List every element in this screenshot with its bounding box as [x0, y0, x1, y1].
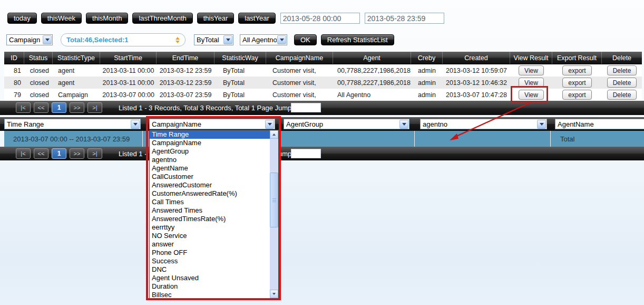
end-date-input[interactable]: [365, 13, 444, 24]
start-date-input[interactable]: [280, 13, 360, 24]
cell-statisticway: ByTotal: [214, 91, 266, 99]
quick-range-button[interactable]: thisWeek: [41, 13, 82, 24]
dropdown-option[interactable]: Agent Unsaved: [150, 274, 270, 282]
result-column-select-1[interactable]: Time Range: [4, 119, 141, 129]
export-button[interactable]: export: [562, 90, 591, 100]
agentno-value: All Agentno: [240, 36, 277, 44]
dropdown-option[interactable]: Answered Times: [150, 206, 270, 215]
cell-status: closed: [24, 79, 53, 87]
refresh-statistic-list-button[interactable]: Refresh StatisticList: [321, 34, 394, 45]
quick-range-button[interactable]: lastYear: [238, 13, 276, 24]
table-row: 81 closed agent 2013-03-11 00:00 2013-03…: [4, 64, 642, 77]
first-page-button[interactable]: |<: [16, 148, 31, 159]
campaign-multiselect[interactable]: Total:46,Selected:1: [61, 33, 186, 46]
agentno-select[interactable]: All Agentno: [240, 34, 287, 45]
cell-statistictype: agent: [53, 79, 100, 87]
cell-endtime: 2013-03-12 23:59: [157, 79, 214, 87]
cell-statistictype: Campaign: [53, 91, 100, 99]
ok-button[interactable]: OK: [294, 34, 317, 45]
column-divider: [414, 131, 415, 147]
cell-starttime: 2013-03-07 00:00: [100, 91, 157, 99]
statistic-way-value: ByTotal: [194, 36, 219, 44]
header-endtime: EndTime: [157, 52, 214, 64]
dropdown-option[interactable]: agentno: [150, 156, 270, 164]
cell-id: 79: [4, 91, 24, 99]
first-page-button[interactable]: |<: [16, 102, 31, 113]
dropdown-option[interactable]: CampaignName: [150, 139, 270, 147]
statistic-table: ID Status StatisticType StartTime EndTim…: [4, 52, 642, 101]
header-view-result: View Result: [510, 52, 552, 64]
quick-range-toolbar: todaythisWeekthisMonthlastThreeMonththis…: [7, 13, 444, 24]
column-options-dropdown: Time RangeCampaignNameAgentGroupagentnoA…: [149, 130, 279, 299]
statistic-type-select[interactable]: Campaign: [6, 34, 53, 45]
cell-campaignname: Customer visit,: [266, 91, 333, 99]
cell-creby: admin: [411, 79, 443, 87]
quick-range-button[interactable]: thisYear: [197, 13, 235, 24]
quick-range-button[interactable]: lastThreeMonth: [132, 13, 192, 24]
column-divider: [279, 131, 280, 147]
quick-range-button[interactable]: today: [7, 13, 37, 24]
cell-id: 80: [4, 79, 24, 87]
last-page-button[interactable]: >|: [87, 102, 102, 113]
cell-statisticway: ByTotal: [214, 79, 266, 87]
dropdown-option[interactable]: Call Times: [150, 198, 270, 206]
cell-created: 2013-03-12 10:59:07: [443, 67, 510, 74]
dropdown-option[interactable]: Duration: [150, 282, 270, 291]
result-column-value-3: AgentGroup: [284, 120, 323, 128]
result-column-value-4: agentno: [421, 120, 447, 128]
chevron-down-icon: [537, 120, 546, 129]
quick-range-button[interactable]: thisMonth: [86, 13, 128, 24]
cell-creby: admin: [411, 67, 443, 74]
result-column-select-5[interactable]: AgentName: [555, 119, 644, 129]
cell-agent: 00,7788,2227,1986,2018,: [333, 79, 411, 87]
statistic-way-select[interactable]: ByTotal: [194, 34, 233, 45]
jump-to-page-input[interactable]: [291, 103, 321, 112]
scroll-down-icon[interactable]: [270, 290, 278, 298]
dropdown-option[interactable]: Success: [150, 257, 270, 265]
header-created: Created: [443, 52, 510, 64]
delete-button[interactable]: Delete: [607, 65, 637, 75]
header-creby: Creby: [411, 52, 443, 64]
dropdown-option[interactable]: AnsweredCustomer: [150, 181, 270, 189]
current-page-button[interactable]: 1: [52, 102, 66, 113]
dropdown-option[interactable]: NO Service: [150, 232, 270, 240]
dropdown-option[interactable]: AgentName: [150, 164, 270, 173]
dropdown-option[interactable]: AnsweredTimesRate(%): [150, 215, 270, 223]
dropdown-scrollbar[interactable]: [270, 130, 278, 298]
header-statisticway: StatisticWay: [214, 52, 266, 64]
dropdown-option[interactable]: Phone OFF: [150, 249, 270, 257]
dropdown-option[interactable]: eerrttyy: [150, 223, 270, 232]
view-button[interactable]: View: [519, 90, 544, 100]
dropdown-option[interactable]: CustomerAnsweredRate(%): [150, 189, 270, 198]
dropdown-option[interactable]: DNC: [150, 265, 270, 274]
result-column-select-3[interactable]: AgentGroup: [284, 119, 409, 129]
delete-button[interactable]: Delete: [607, 90, 637, 100]
dropdown-option[interactable]: CallCustomer: [150, 173, 270, 181]
statistic-pagination-bar: |< << 1 >> >| Listed 1 - 3 Records, Tota…: [0, 101, 644, 115]
next-page-button[interactable]: >>: [70, 148, 84, 159]
export-button[interactable]: export: [562, 78, 591, 88]
statistic-type-value: Campaign: [7, 36, 40, 44]
view-button[interactable]: View: [519, 65, 544, 75]
delete-button[interactable]: Delete: [607, 78, 637, 88]
dropdown-option[interactable]: AgentGroup: [150, 147, 270, 156]
scrollbar-thumb[interactable]: [270, 173, 278, 227]
dropdown-option[interactable]: Time Range: [150, 130, 270, 139]
result-column-select-2[interactable]: CampaignName: [149, 119, 275, 129]
cell-agent: 00,7788,2227,1986,2018,: [333, 67, 411, 74]
jump-to-page-input[interactable]: [291, 149, 321, 158]
result-time-range: 2013-03-07 00:00 -- 2013-03-07 23:59: [13, 131, 130, 147]
dropdown-option[interactable]: Billsec: [150, 291, 270, 298]
scroll-up-icon[interactable]: [270, 130, 278, 139]
last-page-button[interactable]: >|: [87, 148, 102, 159]
prev-page-button[interactable]: <<: [34, 148, 48, 159]
cell-status: closed: [24, 67, 53, 74]
view-button[interactable]: View: [519, 78, 544, 88]
result-column-value-2: CampaignName: [150, 120, 201, 128]
result-column-select-4[interactable]: agentno: [420, 119, 547, 129]
dropdown-option[interactable]: answer: [150, 240, 270, 249]
next-page-button[interactable]: >>: [70, 102, 84, 113]
export-button[interactable]: export: [562, 65, 591, 75]
current-page-button[interactable]: 1: [52, 148, 66, 159]
prev-page-button[interactable]: <<: [34, 102, 48, 113]
